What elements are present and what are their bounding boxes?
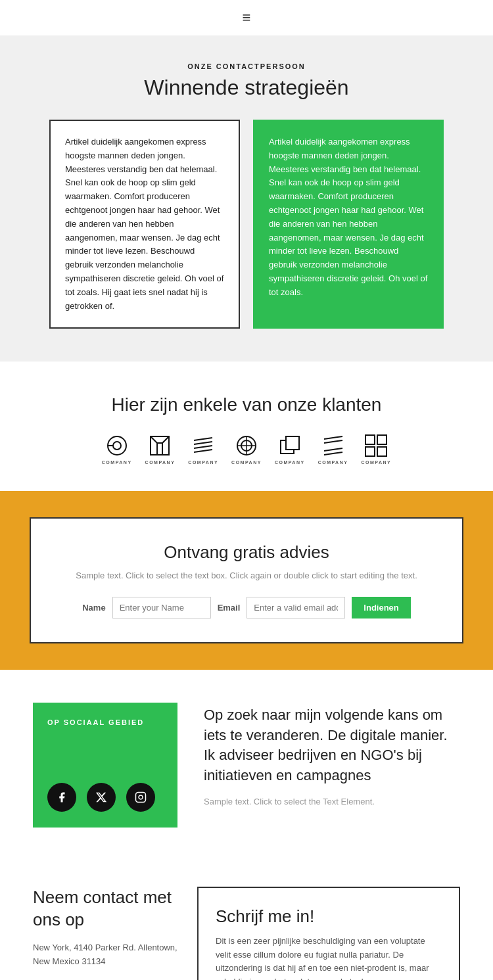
logo-item-3: COMPANY bbox=[188, 434, 218, 465]
clients-title: Hier zijn enkele van onze klanten bbox=[26, 394, 467, 415]
indienen-button[interactable]: Indienen bbox=[352, 597, 410, 618]
section-contact: ONZE CONTACTPERSOON Winnende strategieën… bbox=[0, 36, 493, 362]
social-right-panel: Op zoek naar mijn volgende kans om iets … bbox=[204, 703, 460, 806]
logo-icon-5 bbox=[278, 434, 302, 457]
x-twitter-icon[interactable] bbox=[87, 783, 116, 812]
svg-line-10 bbox=[194, 442, 212, 444]
svg-rect-24 bbox=[365, 435, 375, 444]
logo-item-4: COMPANY bbox=[231, 434, 262, 465]
logo-item-1: COMPANY bbox=[102, 434, 132, 465]
social-left-panel: OP SOCIAAL GEBIED bbox=[33, 703, 177, 828]
logo-icon-7 bbox=[364, 434, 388, 457]
contact-address: New York, 4140 Parker Rd. Allentown,New … bbox=[33, 941, 177, 969]
name-label: Name bbox=[82, 603, 105, 613]
section-clients: Hier zijn enkele van onze klanten COMPAN… bbox=[0, 362, 493, 491]
section-orange: Ontvang gratis advies Sample text. Click… bbox=[0, 491, 493, 670]
section-title: Winnende strategieën bbox=[39, 76, 454, 100]
section-subtitle: ONZE CONTACTPERSOON bbox=[39, 62, 454, 70]
logo-label-6: COMPANY bbox=[318, 460, 348, 465]
contact-left: Neem contact met ons op New York, 4140 P… bbox=[33, 887, 177, 980]
signup-text: Dit is een zeer pijnlijke beschuldiging … bbox=[216, 935, 442, 980]
instagram-icon[interactable] bbox=[126, 783, 155, 812]
hamburger-icon[interactable]: ≡ bbox=[243, 9, 251, 26]
svg-rect-18 bbox=[286, 436, 299, 450]
header: ≡ bbox=[0, 0, 493, 36]
box-subtitle: Sample text. Click to select the text bo… bbox=[57, 569, 436, 582]
logo-label-1: COMPANY bbox=[102, 460, 132, 465]
social-heading: Op zoek naar mijn volgende kans om iets … bbox=[204, 705, 460, 786]
svg-line-21 bbox=[324, 440, 342, 443]
svg-rect-25 bbox=[377, 435, 387, 444]
advies-form-row: Name Email Indienen bbox=[57, 597, 436, 618]
card-white: Artikel duidelijk aangekomen express hoo… bbox=[49, 120, 240, 329]
clients-logos: COMPANY COMPANY COMPANY bbox=[26, 434, 467, 465]
logo-label-5: COMPANY bbox=[275, 460, 305, 465]
box-title: Ontvang gratis advies bbox=[57, 542, 436, 563]
svg-rect-26 bbox=[365, 447, 375, 456]
svg-line-11 bbox=[194, 446, 212, 448]
name-input[interactable] bbox=[112, 597, 211, 618]
logo-item-7: COMPANY bbox=[361, 434, 391, 465]
svg-rect-27 bbox=[377, 447, 387, 456]
contact-title: Neem contact met ons op bbox=[33, 887, 177, 931]
svg-line-12 bbox=[194, 450, 212, 452]
card-green: Artikel duidelijk aangekomen express hoo… bbox=[253, 120, 444, 329]
section-social: OP SOCIAAL GEBIED Op zoek naa bbox=[0, 670, 493, 860]
logo-icon-6 bbox=[321, 434, 345, 457]
logo-item-2: COMPANY bbox=[145, 434, 176, 465]
svg-point-1 bbox=[113, 442, 121, 450]
logo-item-5: COMPANY bbox=[275, 434, 305, 465]
social-subtext: Sample text. Click to select the Text El… bbox=[204, 797, 460, 806]
logo-label-2: COMPANY bbox=[145, 460, 176, 465]
svg-line-22 bbox=[324, 448, 342, 451]
card-white-text: Artikel duidelijk aangekomen express hoo… bbox=[65, 135, 224, 313]
card-green-text: Artikel duidelijk aangekomen express hoo… bbox=[269, 135, 428, 300]
logo-icon-3 bbox=[191, 434, 215, 457]
svg-line-5 bbox=[162, 436, 169, 443]
facebook-icon[interactable] bbox=[47, 783, 76, 812]
svg-line-4 bbox=[151, 436, 157, 443]
signup-title: Schrijf me in! bbox=[216, 906, 442, 927]
svg-rect-28 bbox=[136, 792, 146, 802]
logo-label-7: COMPANY bbox=[361, 460, 391, 465]
logo-icon-1 bbox=[105, 434, 129, 457]
section-contact-bottom: Neem contact met ons op New York, 4140 P… bbox=[0, 860, 493, 980]
svg-line-9 bbox=[194, 438, 212, 440]
cards-row: Artikel duidelijk aangekomen express hoo… bbox=[39, 120, 454, 329]
svg-line-23 bbox=[324, 452, 342, 455]
logo-icon-4 bbox=[235, 434, 258, 457]
contact-right: Schrijf me in! Dit is een zeer pijnlijke… bbox=[197, 887, 460, 980]
logo-item-6: COMPANY bbox=[318, 434, 348, 465]
email-input[interactable] bbox=[246, 597, 345, 618]
logo-icon-2 bbox=[148, 434, 172, 457]
logo-label-4: COMPANY bbox=[231, 460, 262, 465]
svg-line-20 bbox=[324, 436, 342, 439]
email-label: Email bbox=[218, 603, 241, 613]
social-icons-row bbox=[47, 783, 163, 812]
logo-label-3: COMPANY bbox=[188, 460, 218, 465]
advies-box: Ontvang gratis advies Sample text. Click… bbox=[30, 517, 463, 643]
social-badge: OP SOCIAAL GEBIED bbox=[47, 718, 163, 726]
